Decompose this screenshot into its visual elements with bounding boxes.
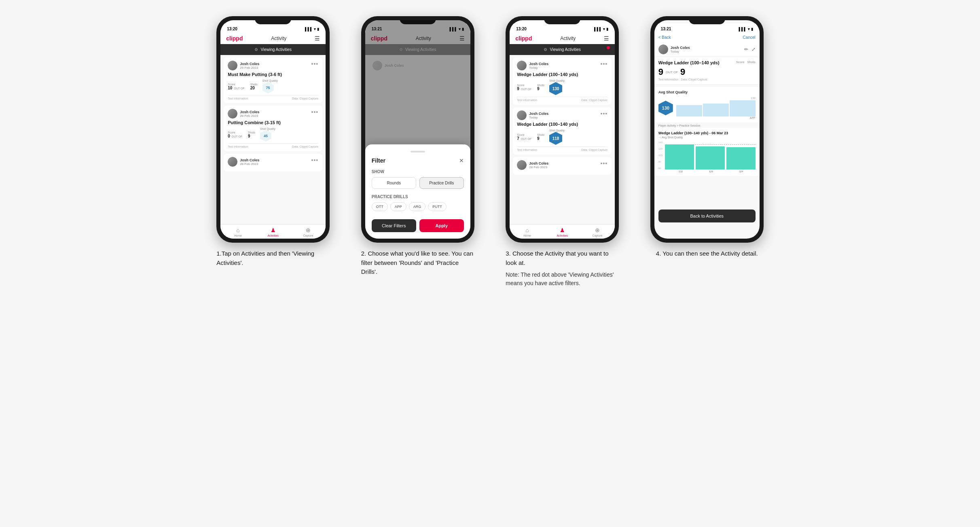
footer-left-1-1: Test Information [228,97,248,100]
activity-card-3-3[interactable]: Josh Coles 28 Feb 2023 ••• [513,157,612,175]
card-title-1-1: Must Make Putting (3-6 ft) [228,72,318,77]
apply-btn[interactable]: Apply [419,219,464,232]
bar-3 [726,147,756,169]
menu-icon-3[interactable]: ☰ [604,35,609,42]
step-1-text: 1.Tap on Activities and then 'Viewing Ac… [216,249,330,267]
back-btn[interactable]: < Back [658,35,671,40]
activity-card-1-2[interactable]: Josh Coles 28 Feb 2023 ••• Putting Combi… [224,106,322,151]
practice-drills-toggle-btn[interactable]: Practice Drills [419,177,464,189]
stat-shots-1-2: Shots 9 [248,131,255,138]
big-shots-val: 9 [680,67,685,77]
show-section-label: Show [372,169,464,174]
card-dots-3-3[interactable]: ••• [601,160,608,167]
user-info-1-1: Josh Coles 28 Feb 2023 [240,62,259,70]
nav-activities-1[interactable]: ♟ Activities [256,227,291,237]
expand-icon[interactable]: ⤢ [751,47,756,52]
modal-handle [411,151,425,152]
detail-user-name: Josh Coles [671,46,690,50]
stats-row-1-2: Score 0 OUT OF Shots 9 Shot Quality [228,127,318,142]
step-4-description: 4. You can then see the Activity detail. [656,249,758,258]
user-date-1-3: 28 Feb 2023 [240,162,259,166]
nav-activities-3[interactable]: ♟ Activities [545,227,580,237]
user-info-3-2: Josh Coles Today [529,112,548,119]
menu-icon-1[interactable]: ☰ [315,35,320,42]
nav-home-1[interactable]: ⌂ Home [220,227,256,237]
step-2-description: 2. Choose what you'd like to see. You ca… [361,249,474,277]
signal-icon-4: ▌▌▌ [739,27,747,31]
detail-user-date: Today [671,50,690,53]
sq-hex-1-2: 45 [260,130,271,142]
phone-3: 13:20 ▌▌▌ ▾ ▮ clippd Activity ☰ ⚙ View [506,16,619,243]
viewing-activities-bar-1[interactable]: ⚙ Viewing Activities [220,44,326,55]
wifi-icon-4: ▾ [748,27,750,31]
nav-capture-3[interactable]: ⊕ Capture [580,227,615,237]
capture-icon-3: ⊕ [595,227,600,233]
detail-activity-title: Wedge Ladder (100–140 yds) Score Shots [658,60,756,65]
phone-1-screen: 13:20 ▌▌▌ ▾ ▮ clippd Activity ☰ ⚙ View [220,20,326,239]
cancel-btn[interactable]: Cancel [743,35,756,40]
clear-filters-btn[interactable]: Clear Filters [372,219,416,232]
step-3-text: 3. Choose the Activity that you want to … [506,249,619,267]
step-3-note: Note: The red dot above 'Viewing Activit… [506,271,619,288]
filter-icon-3: ⚙ [544,47,547,52]
card-dots-1-3[interactable]: ••• [311,157,319,163]
user-name-1-3: Josh Coles [240,158,259,162]
status-time-3: 13:20 [516,27,527,31]
stat-score-1-2: Score 0 OUT OF [228,131,243,138]
activity-card-1-3[interactable]: Josh Coles 28 Feb 2023 ••• [224,154,322,171]
session-label: Player Activity > Practice Session [654,123,760,128]
back-activities-btn[interactable]: Back to Activities [658,210,756,222]
nav-bar-3: clippd Activity ☰ [510,33,615,44]
detail-title-section: Wedge Ladder (100–140 yds) Score Shots 9… [654,57,760,85]
card-footer-1-2: Test Information Data: Clippd Capture [228,143,318,148]
card-header-1-2: Josh Coles 28 Feb 2023 ••• [228,109,318,119]
nav-title-1: Activity [271,36,286,41]
wifi-icon-1: ▾ [314,27,316,31]
viewing-bar-text-3: Viewing Activities [550,47,581,52]
stat-sq-1-2: Shot Quality 45 [260,127,275,142]
pill-putt[interactable]: PUTT [428,202,447,211]
user-info-1-2: Josh Coles 28 Feb 2023 [240,110,259,118]
user-info-3-3: Josh Coles 28 Feb 2023 [529,161,548,169]
detail-header: < Back Cancel [654,33,760,42]
pill-ott[interactable]: OTT [372,202,388,211]
status-bar-1: 13:20 ▌▌▌ ▾ ▮ [220,23,326,33]
edit-icon[interactable]: ✏ [744,47,748,52]
activity-card-1-1[interactable]: Josh Coles 28 Feb 2023 ••• Must Make Put… [224,57,322,103]
detail-action-icons: ✏ ⤢ [744,47,756,52]
card-footer-3-1: Test Information Data: Clippd Capture [517,97,607,102]
pill-arg[interactable]: ARG [409,202,426,211]
card-dots-3-1[interactable]: ••• [601,61,608,67]
step-4-container: 13:21 ▌▌▌ ▾ ▮ < Back Cancel [641,16,773,288]
nav-capture-1[interactable]: ⊕ Capture [291,227,326,237]
status-icons-4: ▌▌▌ ▾ ▮ [739,27,753,31]
viewing-bar-text-1: Viewing Activities [260,47,292,52]
rounds-toggle-btn[interactable]: Rounds [372,177,416,189]
score-value-1-1: 10 OUT OF [228,86,245,90]
card-title-3-2: Wedge Ladder (100–140 yds) [517,122,607,127]
sq-hex-3-2: 118 [549,132,562,145]
card-dots-3-2[interactable]: ••• [601,110,608,117]
activity-card-3-1[interactable]: Josh Coles Today ••• Wedge Ladder (100–1… [513,57,612,105]
chart-x-label-4: APP [676,116,756,119]
phone-4-screen: 13:21 ▌▌▌ ▾ ▮ < Back Cancel [654,20,760,239]
card-dots-1-1[interactable]: ••• [311,61,319,67]
wifi-icon-3: ▾ [603,27,605,31]
bar-label-2: 129 [696,170,725,173]
chart-mini-bars [676,100,756,116]
out-of-text: OUT OF [666,70,678,74]
detail-user-info: Josh Coles Today [671,46,690,53]
card-dots-1-2[interactable]: ••• [311,109,319,115]
modal-close-btn[interactable]: ✕ [459,157,464,164]
step-1-description: 1.Tap on Activities and then 'Viewing Ac… [216,249,330,267]
status-icons-1: ▌▌▌ ▾ ▮ [305,27,319,31]
avatar-3-1 [517,61,527,70]
viewing-activities-bar-3[interactable]: ⚙ Viewing Activities [510,44,615,55]
card-footer-3-2: Test Information Data: Clippd Capture [517,146,607,151]
pill-app[interactable]: APP [390,202,406,211]
phone-2: 13:21 ▌▌▌ ▾ ▮ clippd Activity ☰ ⚙ View [361,16,474,243]
phone-2-screen: 13:21 ▌▌▌ ▾ ▮ clippd Activity ☰ ⚙ View [365,20,470,239]
activity-card-3-2[interactable]: Josh Coles Today ••• Wedge Ladder (100–1… [513,107,612,155]
toggle-row: Rounds Practice Drills [372,177,464,189]
nav-home-3[interactable]: ⌂ Home [510,227,545,237]
